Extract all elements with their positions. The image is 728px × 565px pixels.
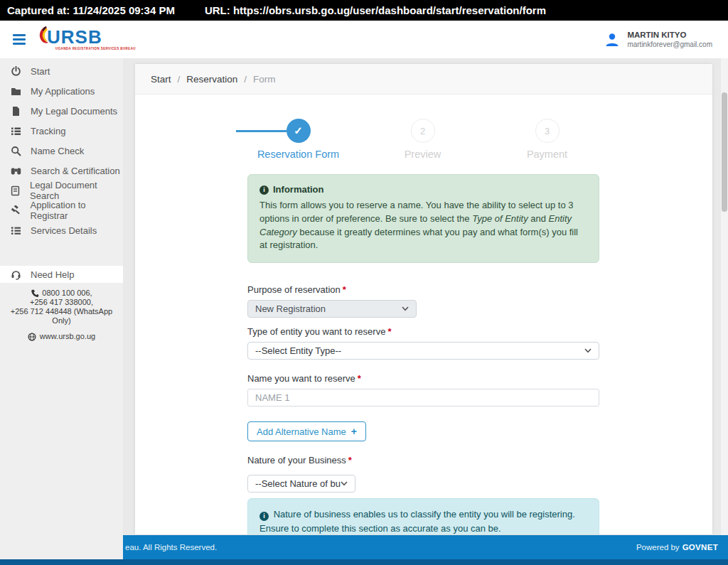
add-alternative-name-label: Add Alternative Name [257, 426, 346, 437]
list-details-icon [10, 225, 21, 236]
step-number: 2 [411, 119, 435, 143]
sidebar-item-label: Application to Registrar [31, 200, 123, 221]
step-number: 3 [535, 119, 560, 143]
plus-icon: + [351, 426, 357, 437]
sidebar-item-start[interactable]: Start [0, 61, 123, 81]
bottom-strip [0, 559, 728, 565]
breadcrumb-reservation[interactable]: Reservation [186, 74, 237, 85]
step-preview: 2 Preview [360, 119, 485, 160]
govnet-brand: GOVNET [682, 543, 718, 551]
info-icon: i [259, 512, 269, 521]
stepper: ✓ Reservation Form 2 Preview 3 Payment [236, 119, 609, 160]
breadcrumb: Start / Reservation / Form [135, 64, 712, 95]
sidebar-item-application-to-registrar[interactable]: Application to Registrar [0, 200, 123, 220]
main-content-area: Start / Reservation / Form ✓ Reservation… [123, 58, 721, 535]
ursb-logo: URSB UGANDA REGISTRATION SERVICES BUREAU [37, 28, 136, 51]
sidebar-item-label: Tracking [31, 126, 65, 136]
step-label: Preview [405, 149, 441, 160]
entity-type-selected-value: --Select Entity Type-- [255, 345, 341, 356]
breadcrumb-start[interactable]: Start [151, 74, 171, 85]
search-icon [10, 145, 21, 156]
sidebar-item-my-applications[interactable]: My Applications [0, 81, 123, 101]
purpose-label: Purpose of reservation* [247, 284, 599, 295]
sidebar-item-search-certification[interactable]: Search & Certification [0, 161, 123, 181]
step-label: Reservation Form [257, 149, 339, 160]
logo-subtitle: UGANDA REGISTRATION SERVICES BUREAU [47, 48, 136, 51]
user-name: MARTIN KITYO [627, 31, 712, 39]
capture-timestamp: Captured at: 11/24/2025 09:34 PM [7, 4, 175, 16]
sidebar-item-label: My Applications [31, 86, 95, 97]
name-input[interactable] [247, 389, 599, 407]
logo-swoosh-icon [37, 26, 51, 48]
footer-copyright: eau. All Rights Reserved. [125, 543, 217, 551]
sidebar-item-label: Need Help [31, 269, 74, 280]
stepper-progress-line [236, 130, 287, 132]
contact-phone-3: +256 712 448448 (WhatsApp Only) [1, 307, 122, 325]
vertical-scrollbar-thumb[interactable] [722, 92, 727, 212]
info-icon: i [259, 185, 269, 195]
capture-bar: Captured at: 11/24/2025 09:34 PM URL: ht… [0, 0, 728, 21]
required-asterisk: * [348, 455, 352, 466]
user-avatar-icon [604, 32, 620, 48]
sidebar-item-label: My Legal Documents [31, 106, 117, 117]
document-icon [10, 105, 21, 117]
purpose-select[interactable]: New Registration [247, 300, 417, 318]
app-header: URSB UGANDA REGISTRATION SERVICES BUREAU… [0, 21, 728, 58]
hamburger-menu-icon[interactable] [11, 33, 27, 46]
contact-phone-1: 0800 100 006, [42, 289, 92, 298]
list-icon [10, 125, 21, 136]
step-label: Payment [527, 149, 567, 160]
breadcrumb-separator: / [178, 74, 181, 85]
sidebar-item-my-legal-documents[interactable]: My Legal Documents [0, 101, 123, 121]
step-payment: 3 Payment [485, 119, 609, 160]
purpose-selected-value: New Registration [255, 303, 326, 314]
support-headset-icon [10, 269, 21, 280]
chevron-down-icon [402, 306, 409, 311]
user-menu[interactable]: MARTIN KITYO martinkforever@gmail.com [604, 31, 717, 48]
name-label: Name you want to reserve* [247, 373, 599, 384]
logo-text: URSB [47, 28, 136, 46]
required-asterisk: * [343, 284, 346, 295]
entity-type-label: Type of entity you want to reserve* [247, 326, 599, 337]
document-search-icon [10, 185, 21, 196]
sidebar-item-label: Start [31, 66, 50, 77]
breadcrumb-form-current: Form [253, 74, 276, 85]
globe-icon [28, 333, 36, 341]
step-check-icon: ✓ [287, 119, 311, 143]
phone-icon [31, 289, 39, 298]
contact-info: 0800 100 006, +256 417 338000, +256 712 … [0, 283, 123, 345]
sidebar-item-need-help[interactable]: Need Help [0, 266, 123, 283]
chevron-down-icon [341, 481, 348, 486]
capture-url: URL: https://obrs.ursb.go.ug/user/dashbo… [205, 4, 546, 16]
folder-icon [10, 85, 21, 97]
sidebar-item-tracking[interactable]: Tracking [0, 121, 123, 141]
nature-info-alert: i Nature of business enables us to class… [247, 498, 599, 534]
binoculars-icon [10, 165, 21, 176]
sidebar-item-legal-document-search[interactable]: Legal Document Search [0, 181, 123, 200]
required-asterisk: * [358, 373, 361, 384]
user-email: martinkforever@gmail.com [627, 41, 712, 48]
information-alert: i Information This form allows you to re… [247, 174, 599, 263]
sidebar-item-services-details[interactable]: Services Details [0, 220, 123, 240]
information-alert-body: This form allows you to reserve a name. … [259, 199, 587, 252]
sidebar-item-label: Services Details [31, 225, 97, 236]
website-link[interactable]: www.ursb.go.ug [40, 332, 95, 341]
nature-selected-value: --Select Nature of busine [255, 478, 341, 489]
powered-by-text: Powered by [636, 543, 680, 551]
content-card: Start / Reservation / Form ✓ Reservation… [135, 64, 712, 534]
add-alternative-name-button[interactable]: Add Alternative Name + [247, 421, 366, 441]
vertical-scrollbar-track[interactable] [721, 58, 728, 535]
sidebar-item-label: Search & Certification [31, 166, 120, 176]
information-alert-title: Information [273, 183, 324, 197]
nature-select[interactable]: --Select Nature of busine [247, 475, 355, 493]
step-reservation-form: ✓ Reservation Form [236, 119, 360, 160]
sidebar-item-label: Legal Document Search [30, 180, 123, 201]
gavel-icon [10, 205, 21, 216]
required-asterisk: * [387, 326, 391, 337]
contact-phone-2: +256 417 338000, [1, 298, 122, 307]
chevron-down-icon [584, 348, 592, 353]
entity-type-select[interactable]: --Select Entity Type-- [247, 342, 599, 360]
sidebar-item-name-check[interactable]: Name Check [0, 141, 123, 161]
breadcrumb-separator: / [244, 74, 247, 85]
sidebar-item-label: Name Check [31, 146, 84, 156]
